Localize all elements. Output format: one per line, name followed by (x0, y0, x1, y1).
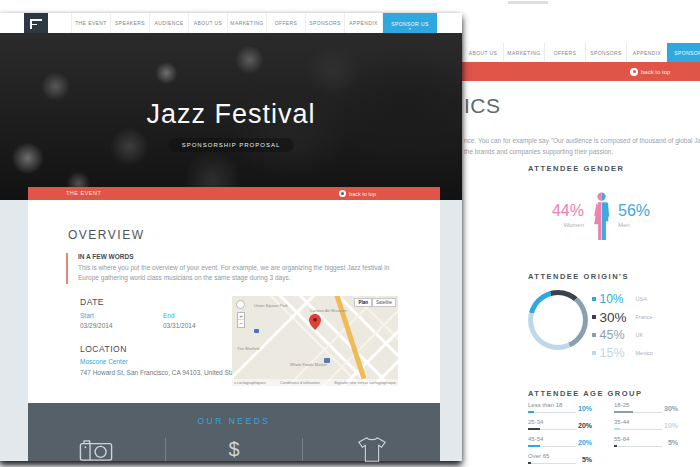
back-to-top-label: back to top (349, 191, 376, 197)
age-pct: 30% (664, 405, 678, 412)
sponsorship-proposal-button[interactable]: SPONSORSHIP PROPOSAL (169, 138, 294, 152)
attendee-origins-heading: ATTENDEE ORIGIN'S (528, 272, 629, 281)
nav-item-about-us[interactable]: ABOUT US (462, 43, 503, 62)
back-to-top-label: back to top (641, 69, 670, 75)
age-row-35-44: 35-44 10% (614, 419, 678, 436)
event-page: THE EVENT SPEAKERS AUDIENCE ABOUT US MAR… (0, 13, 462, 461)
gender-figure-icon (590, 191, 613, 247)
nav-item-the-event[interactable]: THE EVENT (71, 13, 110, 33)
end-label: End (163, 312, 175, 319)
age-row-18-25: 18-25 30% (614, 402, 678, 419)
mexico-bullet-icon (592, 351, 596, 355)
male-stat: 56% Men (618, 202, 660, 228)
male-label: Men (618, 222, 660, 228)
in-a-few-words-body: This is where you put the overview of yo… (78, 263, 411, 284)
start-date-value: 03/29/2014 (80, 322, 113, 329)
age-pct: 20% (578, 439, 592, 446)
map-plan-button[interactable]: Plan (354, 298, 372, 307)
mexico-label: Mexico (636, 350, 653, 356)
transit-station-icon (254, 329, 259, 333)
dollar-icon: $ (228, 438, 239, 461)
usa-label: USA (636, 296, 647, 302)
end-date-value: 03/31/2014 (163, 322, 196, 329)
age-bar (528, 446, 576, 447)
female-label: Women (542, 222, 584, 228)
need-photography (28, 438, 165, 461)
intro-text-line1: nce. You can for example say "Our audien… (464, 137, 700, 144)
overview-heading: OVERVIEW (68, 228, 144, 242)
age-bar (614, 446, 662, 447)
demographics-page: ABOUT US MARKETING OFFERS SPONSORS APPEN… (462, 0, 700, 467)
date-heading: DATE (80, 297, 104, 307)
female-stat: 44% Women (542, 202, 584, 228)
hero-title: Jazz Festival (0, 99, 462, 130)
age-pct: 10% (578, 405, 592, 412)
in-a-few-words-title: IN A FEW WORDS (78, 253, 411, 260)
age-row-25-34: 25-34 20% (528, 419, 592, 436)
map-attribution-part: s cartographiques (234, 380, 266, 385)
nav-bar: THE EVENT SPEAKERS AUDIENCE ABOUT US MAR… (0, 13, 462, 33)
map-zoom-control[interactable]: + − (237, 312, 245, 328)
nav-item-offers[interactable]: OFFERS (544, 43, 585, 62)
nav-item-about-us[interactable]: ABOUT US (188, 13, 227, 33)
age-row-less-18: Less than 18 10% (528, 402, 592, 419)
camera-icon (79, 439, 113, 461)
nav-item-sponsors[interactable]: SPONSORS (585, 43, 626, 62)
location-map[interactable]: Union Square Park Cartoon Art Museum The… (232, 296, 398, 386)
map-satellite-button[interactable]: Satellite (372, 298, 396, 307)
zoom-in-button[interactable]: + (238, 313, 244, 320)
intro-text-line2: the brands and companies supporting thei… (464, 148, 613, 155)
map-label-whole-foods: Whole Foods Market (290, 362, 327, 367)
map-attribution: s cartographiques Conditions d'utilisati… (232, 379, 398, 386)
age-pct: 10% (664, 422, 678, 429)
start-label: Start (80, 312, 94, 319)
age-bar (614, 412, 662, 413)
legend-row-france: 30% France (592, 308, 653, 326)
legend-row-usa: 10% USA (592, 290, 653, 308)
origins-donut-chart (528, 290, 588, 350)
nav-item-marketing[interactable]: MARKETING (503, 43, 544, 62)
location-heading: LOCATION (80, 344, 127, 354)
age-row-45-54: 45-54 20% (528, 436, 592, 453)
nav-item-speakers[interactable]: SPEAKERS (110, 13, 149, 33)
nav-item-audience[interactable]: AUDIENCE (149, 13, 188, 33)
tshirt-icon (357, 437, 387, 462)
section-bar: back to top (462, 62, 700, 81)
attendee-age-heading: ATTENDEE AGE GROUP (528, 389, 643, 398)
back-to-top-link[interactable]: back to top (630, 62, 670, 81)
map-pan-control[interactable] (236, 300, 245, 309)
section-bar: THE EVENT back to top (28, 187, 440, 200)
map-label-warfield: The Warfield (237, 346, 260, 351)
legend-row-mexico: 15% Mexico (592, 344, 653, 362)
female-percentage: 44% (542, 202, 584, 220)
map-label-cartoon-art: Cartoon Art Museum (310, 308, 347, 313)
uk-bullet-icon (592, 333, 596, 337)
age-row-over-65: Over 65 5% (528, 453, 592, 467)
france-bullet-icon (592, 315, 596, 319)
need-merchandise (302, 438, 440, 461)
nav-item-appendix[interactable]: APPENDIX (344, 13, 383, 33)
location-name-link[interactable]: Moscone Center (80, 358, 128, 365)
our-needs-section: OUR NEEDS $ (28, 403, 440, 461)
nav-item-sponsors[interactable]: SPONSORS (305, 13, 344, 33)
age-pct: 5% (582, 456, 592, 463)
map-report-error-link[interactable]: Signaler une erreur cartographique (334, 380, 396, 385)
site-logo-icon[interactable] (24, 13, 48, 35)
back-to-top-icon (630, 68, 638, 76)
nav-item-offers[interactable]: OFFERS (266, 13, 305, 33)
age-bar (528, 412, 576, 413)
age-row-55-64: 55-64 5% (614, 436, 678, 453)
page-body: OVERVIEW IN A FEW WORDS This is where yo… (0, 200, 462, 461)
back-to-top-link[interactable]: back to top (339, 187, 376, 200)
attendee-gender-heading: ATTENDEE GENDER (528, 164, 625, 173)
nav-item-marketing[interactable]: MARKETING (227, 13, 266, 33)
sponsor-us-button[interactable]: SPONSOR US (667, 43, 700, 62)
sponsor-us-label: SPONSOR US (391, 21, 428, 27)
zoom-out-button[interactable]: − (238, 320, 244, 327)
map-pin-icon (309, 314, 321, 334)
nav-item-appendix[interactable]: APPENDIX (626, 43, 667, 62)
age-bar (614, 429, 662, 430)
map-terms-link[interactable]: Conditions d'utilisation (280, 380, 320, 385)
location-address: 747 Howard St, San Francisco, CA 94103, … (80, 369, 243, 376)
nav-bar: ABOUT US MARKETING OFFERS SPONSORS APPEN… (462, 43, 700, 62)
